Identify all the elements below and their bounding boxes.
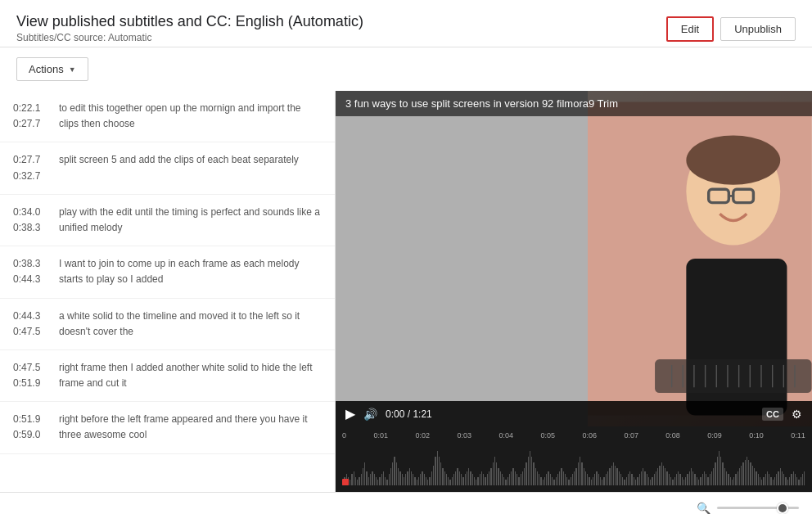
waveform-bar [420,474,421,485]
waveform-bar [782,471,783,486]
waveform-bar [689,471,690,486]
subtitle-item: 0:38.30:44.3 I want to join to come up i… [0,246,335,298]
waveform-bar [539,474,539,485]
waveform-bar [631,474,632,485]
time-current: 0:00 [386,408,404,420]
waveform-bar [487,474,488,485]
waveform-bar [383,471,384,486]
waveform-bar [735,474,736,485]
waveform-bar [461,474,462,485]
waveform-bar [385,477,386,486]
waveform [336,440,812,489]
waveform-bar [647,474,647,485]
waveform-bar [616,468,617,485]
subtitle-time: 0:47.50:51.9 [13,360,49,391]
waveform-bar [598,474,599,485]
waveform-bar [710,474,710,485]
waveform-bar [596,471,597,486]
waveform-bar [804,471,805,486]
waveform-bar [717,457,718,485]
waveform-bar [556,477,557,486]
zoom-slider[interactable] [717,507,799,509]
waveform-bar [732,480,733,485]
waveform-bar [528,457,529,485]
waveform-bar [761,480,762,485]
page-header: View published subtitles and CC: English… [0,0,812,47]
edit-button[interactable]: Edit [666,16,714,42]
ruler-marker: 0:08 [665,431,680,440]
waveform-bar [748,460,749,486]
waveform-bar [652,477,652,486]
waveform-bar [669,474,670,485]
waveform-bar [465,474,466,485]
waveform-bar [559,471,560,486]
waveform-bar [444,471,445,486]
waveform-bar [399,471,400,486]
subtitles-panel: 0:22.10:27.7 to edit this together open … [0,91,336,492]
waveform-bar [424,474,425,485]
waveform-bar [427,480,428,485]
subtitle-text: split screen 5 and add the clips of each… [59,152,322,183]
waveform-bar [357,480,358,485]
waveform-bar [722,462,723,485]
waveform-bar [553,480,554,485]
actions-bar: Actions [0,47,812,91]
waveform-bar [720,457,721,485]
waveform-bar [409,468,410,485]
waveform-bar [398,468,399,485]
zoom-icon: 🔍 [697,502,710,515]
waveform-bar [379,477,380,486]
ruler-marker: 0:04 [498,431,513,440]
waveform-bar [719,451,720,485]
waveform-bar [754,468,755,485]
waveform-bar [765,474,766,485]
timeline: 00:010:020:030:040:050:060:070:080:090:1… [336,426,812,492]
time-display: 0:00 / 1:21 [386,408,754,420]
subtitle-text: play with the edit until the timing is p… [59,205,322,236]
waveform-bar [502,474,503,485]
svg-point-5 [687,136,781,185]
subtitle-time: 0:34.00:38.3 [13,205,49,236]
waveform-bar [477,477,478,486]
waveform-bar [634,477,634,486]
waveform-bar [355,477,356,486]
waveform-bar [457,468,458,485]
actions-button[interactable]: Actions [16,57,88,81]
unpublish-button[interactable]: Unpublish [720,17,796,41]
waveform-bar [483,474,484,485]
volume-button[interactable]: 🔊 [363,408,377,421]
waveform-bar [750,462,751,485]
waveform-bar [557,474,558,485]
waveform-bar [682,477,683,486]
waveform-bar [414,477,415,486]
waveform-bar [381,474,382,485]
waveform-bar [747,457,747,485]
waveform-bar [422,471,422,486]
waveform-bar [724,468,725,485]
waveform-bar [609,468,610,485]
waveform-bar [742,462,743,485]
settings-button[interactable]: ⚙ [792,408,802,421]
waveform-bar [517,474,517,485]
waveform-bar [661,462,662,485]
waveform-bar [672,480,673,485]
waveform-bar [706,474,706,485]
waveform-bar [665,468,665,485]
waveform-bar [783,474,784,485]
waveform-bar [568,480,569,485]
waveform-bar [697,477,697,486]
cc-button[interactable]: CC [762,408,783,421]
waveform-bar [613,462,614,485]
waveform-bar [602,480,602,485]
waveform-bar [698,480,699,485]
waveform-bar [481,471,482,486]
waveform-bar [580,457,580,485]
waveform-bar [368,477,369,486]
waveform-bar [643,468,643,485]
waveform-bar [778,471,778,486]
play-button[interactable]: ▶ [345,406,355,422]
ruler-marker: 0:02 [415,431,430,440]
waveform-bar [591,480,592,485]
waveform-bar [692,471,693,486]
waveform-bar [505,480,506,485]
